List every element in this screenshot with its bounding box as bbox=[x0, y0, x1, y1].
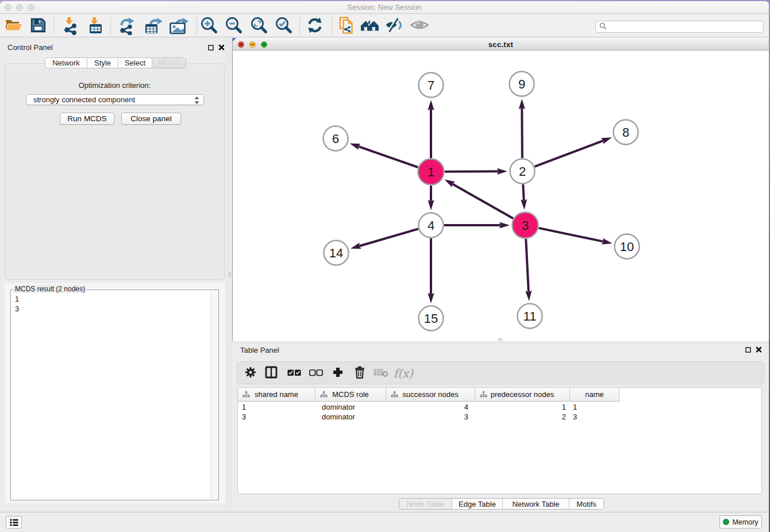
edge-3-1[interactable] bbox=[452, 184, 513, 218]
graph-node-6[interactable]: 6 bbox=[324, 126, 348, 151]
network-canvas[interactable]: 1234678910111415 bbox=[233, 51, 769, 341]
node-label-15: 15 bbox=[424, 311, 438, 326]
edge-3-11[interactable] bbox=[526, 239, 529, 292]
edge-4-14[interactable] bbox=[359, 229, 418, 246]
close-panel-button[interactable]: Close panel bbox=[121, 113, 181, 125]
node-label-4: 4 bbox=[428, 218, 434, 233]
table-panel-title: Table Panel bbox=[240, 346, 279, 354]
criterion-select[interactable]: strongly connected component bbox=[26, 94, 204, 105]
column-header-name[interactable]: name bbox=[570, 388, 619, 401]
unselect-all-columns-button[interactable] bbox=[306, 362, 326, 385]
edge-2-8[interactable] bbox=[535, 141, 603, 167]
tab-motifs[interactable]: Motifs bbox=[569, 499, 603, 509]
zoom-in-button[interactable] bbox=[199, 17, 220, 36]
mcds-result-text[interactable]: 1 3 bbox=[15, 294, 19, 314]
tab-network[interactable]: Network bbox=[45, 58, 87, 68]
table-row[interactable]: 3dominator323 bbox=[238, 412, 619, 422]
tab-edge-table[interactable]: Edge Table bbox=[452, 499, 503, 509]
toolbar-separator bbox=[53, 17, 54, 35]
import-table-button[interactable] bbox=[85, 17, 106, 36]
result-scrollbar[interactable] bbox=[210, 291, 218, 499]
graph-node-1[interactable]: 1 bbox=[418, 159, 444, 185]
import-network-button[interactable] bbox=[60, 17, 80, 36]
search-input[interactable] bbox=[607, 22, 763, 32]
tab-style[interactable]: Style bbox=[87, 58, 118, 68]
table-options-button[interactable] bbox=[241, 362, 260, 385]
zoom-fit-button[interactable] bbox=[249, 17, 270, 36]
save-session-button[interactable] bbox=[28, 17, 48, 36]
edge-2-3[interactable] bbox=[523, 184, 523, 201]
export-image-button[interactable] bbox=[168, 17, 188, 36]
graph-node-7[interactable]: 7 bbox=[419, 73, 444, 98]
splitter-grip[interactable] bbox=[228, 271, 232, 278]
show-panel-button[interactable] bbox=[409, 17, 430, 36]
show-columns-button[interactable] bbox=[261, 362, 281, 385]
select-chevron-icon bbox=[194, 96, 200, 106]
zoom-selected-icon bbox=[275, 16, 293, 37]
node-label-9: 9 bbox=[518, 77, 525, 91]
apply-layout-button[interactable] bbox=[305, 17, 325, 36]
column-header-shared-name[interactable]: shared name bbox=[238, 388, 315, 401]
edge-3-10[interactable] bbox=[538, 228, 603, 241]
column-header-MCDS-role[interactable]: MCDS role bbox=[315, 388, 386, 401]
graph-node-3[interactable]: 3 bbox=[513, 213, 538, 238]
tab-node-table[interactable]: Node Table bbox=[399, 499, 452, 509]
search-box bbox=[595, 21, 764, 33]
export-table-button[interactable] bbox=[143, 17, 163, 36]
table-cell: 2 bbox=[475, 412, 570, 422]
hide-panel-button[interactable] bbox=[384, 17, 405, 36]
delete-column-button[interactable] bbox=[350, 362, 369, 385]
zoom-fit-icon bbox=[250, 16, 268, 37]
table-row[interactable]: 1dominator411 bbox=[238, 402, 619, 412]
column-header-successor-nodes[interactable]: successor nodes bbox=[386, 388, 475, 401]
graph-node-14[interactable]: 14 bbox=[324, 241, 349, 265]
share-document-button[interactable] bbox=[336, 17, 357, 36]
titlebar: Session: New Session bbox=[0, 1, 769, 14]
open-session-button[interactable] bbox=[3, 17, 24, 36]
memory-button[interactable]: Memory bbox=[719, 515, 762, 529]
trash-icon bbox=[354, 366, 365, 381]
node-label-1: 1 bbox=[428, 165, 434, 179]
graph-node-10[interactable]: 10 bbox=[615, 234, 640, 259]
search-icon bbox=[596, 22, 607, 32]
home-button[interactable] bbox=[360, 17, 380, 36]
edge-arrow-4-3 bbox=[499, 222, 510, 228]
task-history-button[interactable] bbox=[6, 516, 22, 529]
tab-mcds[interactable]: MCDS bbox=[152, 58, 186, 68]
run-mcds-button[interactable]: Run MCDS bbox=[60, 113, 114, 125]
vertical-splitter[interactable] bbox=[225, 38, 232, 512]
graph-node-2[interactable]: 2 bbox=[510, 159, 535, 184]
table-cell: 4 bbox=[386, 402, 475, 412]
graph-node-11[interactable]: 11 bbox=[518, 304, 542, 329]
edge-1-2[interactable] bbox=[445, 171, 498, 172]
graph-node-8[interactable]: 8 bbox=[614, 120, 638, 145]
tab-network-table[interactable]: Network Table bbox=[503, 499, 569, 509]
edge-arrow-1-7 bbox=[428, 100, 434, 110]
mcds-tab-content: Optimization criterion: strongly connect… bbox=[5, 63, 225, 280]
edge-1-6[interactable] bbox=[359, 147, 418, 167]
export-network-button[interactable] bbox=[117, 17, 137, 36]
column-header-predecessor-nodes[interactable]: predecessor nodes bbox=[475, 388, 570, 401]
create-column-button[interactable] bbox=[328, 362, 348, 385]
node-label-3: 3 bbox=[522, 218, 529, 233]
close-panel-icon[interactable] bbox=[218, 44, 225, 51]
zoom-out-button[interactable] bbox=[224, 17, 244, 36]
select-all-columns-button[interactable] bbox=[284, 362, 304, 385]
folder-open-icon bbox=[4, 16, 22, 37]
graph-node-9[interactable]: 9 bbox=[510, 72, 534, 97]
node-label-2: 2 bbox=[519, 164, 526, 179]
list-icon bbox=[9, 518, 19, 527]
graph-node-4[interactable]: 4 bbox=[419, 213, 444, 238]
graph-node-15[interactable]: 15 bbox=[419, 306, 444, 331]
edge-2-9[interactable] bbox=[522, 108, 522, 158]
tab-select[interactable]: Select bbox=[118, 58, 152, 68]
table-cell: 3 bbox=[238, 412, 315, 422]
float-panel-icon[interactable] bbox=[207, 44, 214, 51]
gear-icon bbox=[245, 367, 256, 380]
zoom-out-icon bbox=[225, 16, 243, 37]
float-table-panel-icon[interactable] bbox=[745, 346, 751, 353]
close-table-panel-icon[interactable] bbox=[756, 346, 762, 353]
zoom-selected-button[interactable] bbox=[274, 17, 294, 36]
network-graph: 1234678910111415 bbox=[233, 51, 769, 341]
table-panel-tabs: Node TableEdge TableNetwork TableMotifs bbox=[399, 498, 604, 510]
